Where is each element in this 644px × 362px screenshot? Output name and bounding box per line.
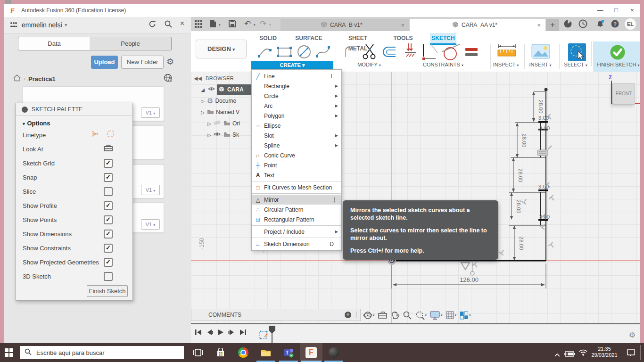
- ribbon-tab-tools[interactable]: TOOLS: [393, 33, 413, 43]
- look-at-icon[interactable]: [104, 145, 113, 154]
- zoom-icon[interactable]: ±: [403, 311, 412, 320]
- timeline-gear-icon[interactable]: ⚙: [629, 330, 636, 339]
- microsoft-store-icon[interactable]: [209, 343, 232, 362]
- start-button[interactable]: [5, 348, 13, 359]
- menu-item-point[interactable]: ┼Point: [252, 160, 341, 170]
- sketch-feature-icon[interactable]: [259, 330, 269, 341]
- search-icon[interactable]: [164, 20, 173, 30]
- wifi-icon[interactable]: [579, 349, 587, 358]
- menu-item-circle[interactable]: Circle▶: [252, 91, 341, 101]
- undo-icon[interactable]: ↶: [244, 19, 251, 29]
- teams-icon[interactable]: T: [277, 343, 300, 362]
- eye-icon[interactable]: [208, 86, 215, 93]
- group-label-finish-sketch[interactable]: FINISH SKETCH ▾: [597, 62, 640, 67]
- dropdown-arrow-icon[interactable]: ▾: [441, 313, 443, 317]
- group-label-insert[interactable]: INSERT ▾: [529, 62, 551, 67]
- add-comment-icon[interactable]: +: [345, 312, 351, 318]
- checkbox-show-profile[interactable]: ✓: [104, 201, 113, 210]
- browser-header[interactable]: ◀◀ BROWSER: [191, 73, 252, 84]
- new-document-arrow-icon[interactable]: ▾: [219, 23, 221, 27]
- eye-off-icon[interactable]: [214, 120, 221, 127]
- viewports-icon[interactable]: ▾: [460, 311, 471, 320]
- browser-row-cara[interactable]: ◢CARA: [191, 84, 252, 95]
- search-input[interactable]: Escribe aquí para buscar: [20, 346, 184, 359]
- sketch-line-icon[interactable]: [257, 44, 273, 61]
- tab-people[interactable]: People: [90, 37, 172, 50]
- workspace-design-button[interactable]: DESIGN ▾: [196, 40, 247, 58]
- sketch-dimension-value[interactable]: 28.00: [519, 237, 524, 250]
- sketch-dimension-value[interactable]: 28.00: [516, 200, 521, 214]
- sketch-circle-icon[interactable]: [296, 43, 313, 62]
- construction-linetype-icon[interactable]: [91, 130, 102, 140]
- app-grid-icon[interactable]: [195, 20, 202, 30]
- undo-arrow-icon[interactable]: ▾: [254, 23, 256, 27]
- dropdown-arrow-icon[interactable]: ▾: [469, 313, 471, 317]
- notifications-bell-icon[interactable]: [595, 19, 605, 30]
- battery-icon[interactable]: [564, 350, 575, 359]
- expander-closed-icon[interactable]: ▷: [206, 121, 213, 126]
- new-document-icon[interactable]: [210, 20, 216, 30]
- document-tab-inactive[interactable]: CARA_B v1* ×: [281, 19, 409, 31]
- equal-constraint-icon[interactable]: [464, 47, 479, 59]
- sketch-dimension-value[interactable]: 28.00: [521, 134, 527, 148]
- sketch-dimension-value[interactable]: 3.00: [539, 125, 550, 131]
- version-dropdown[interactable]: V1 ▾: [141, 185, 160, 195]
- sketch-dimension-value[interactable]: 3.00: [538, 115, 549, 121]
- checkbox-slice[interactable]: [104, 187, 113, 196]
- action-center-icon[interactable]: [627, 349, 635, 359]
- file-explorer-icon[interactable]: [255, 343, 277, 362]
- close-button[interactable]: ×: [624, 4, 640, 16]
- insert-image-icon[interactable]: [531, 43, 550, 61]
- globe-icon[interactable]: [164, 74, 173, 84]
- sketch-dimension-value[interactable]: 28.00: [538, 100, 544, 114]
- expander-closed-icon[interactable]: ▷: [199, 110, 206, 115]
- options-section[interactable]: ▼ Options: [22, 120, 132, 127]
- checkbox-sketch-grid[interactable]: ✓: [104, 159, 113, 168]
- menu-item-project-include[interactable]: Project / Include▶: [252, 227, 341, 237]
- menu-item-rectangular-pattern[interactable]: ⊞Rectangular Pattern: [252, 214, 341, 224]
- measure-icon[interactable]: [496, 42, 517, 63]
- menu-item-arc[interactable]: Arc▶: [252, 101, 341, 111]
- new-folder-button[interactable]: New Folder: [121, 56, 164, 69]
- minimize-button[interactable]: —: [592, 4, 608, 16]
- menu-item-mirror[interactable]: △Mirror⋮: [252, 195, 341, 205]
- help-icon[interactable]: ?: [611, 19, 619, 30]
- look-at-icon[interactable]: [378, 312, 388, 319]
- checkbox-show-constraints[interactable]: ✓: [104, 244, 113, 253]
- play-icon[interactable]: [217, 329, 224, 337]
- fillet-icon[interactable]: [343, 43, 360, 62]
- display-settings-icon[interactable]: ▾: [430, 311, 443, 320]
- sketch-point[interactable]: [471, 272, 474, 275]
- go-to-start-icon[interactable]: [195, 329, 202, 337]
- more-options-icon[interactable]: ⋮: [332, 197, 338, 203]
- checkbox-show-dimensions[interactable]: ✓: [104, 230, 113, 239]
- browser-row-sk[interactable]: ▷Sk: [191, 129, 252, 140]
- step-back-icon[interactable]: [206, 329, 213, 337]
- sketch-dimension-value[interactable]: 3.00: [539, 214, 550, 220]
- menu-item-slot[interactable]: Slot▶: [252, 131, 341, 140]
- menu-item-spline[interactable]: Spline▶: [252, 140, 341, 150]
- trim-scissors-icon[interactable]: [362, 42, 379, 62]
- ribbon-tab-solid[interactable]: SOLID: [257, 33, 279, 43]
- orbit-icon[interactable]: ▾: [363, 311, 375, 320]
- sketch-dimension-value[interactable]: 126.00: [460, 276, 479, 283]
- extensions-icon[interactable]: [563, 19, 572, 30]
- fusion-360-taskbar-icon[interactable]: F: [300, 343, 322, 362]
- tab-data[interactable]: Data: [18, 37, 91, 50]
- sketch-palette-header[interactable]: – SKETCH PALETTE: [16, 103, 132, 116]
- create-group-open-header[interactable]: CREATE ▾: [251, 61, 333, 69]
- tray-clock[interactable]: 21:35 29/03/2021: [588, 346, 620, 358]
- menu-item-circular-pattern[interactable]: ∴Circular Pattern: [252, 205, 341, 214]
- browser-row-docume[interactable]: ▷⚙Docume: [191, 95, 252, 107]
- group-label-inspect[interactable]: INSPECT ▾: [493, 62, 519, 67]
- step-forward-icon[interactable]: [228, 329, 235, 337]
- menu-item-ellipse[interactable]: ○Ellipse: [252, 121, 341, 131]
- go-to-end-icon[interactable]: [239, 329, 247, 337]
- zoom-window-icon[interactable]: ▾: [415, 311, 427, 320]
- vertical-horizontal-constraint-icon[interactable]: [420, 42, 438, 63]
- menu-item-line[interactable]: ╱LineL: [252, 71, 341, 81]
- menu-item-polygon[interactable]: Polygon▶: [252, 111, 341, 121]
- dropdown-arrow-icon[interactable]: ▾: [373, 313, 375, 317]
- group-label-select[interactable]: SELECT ▾: [564, 62, 587, 67]
- pan-hand-icon[interactable]: [391, 311, 399, 320]
